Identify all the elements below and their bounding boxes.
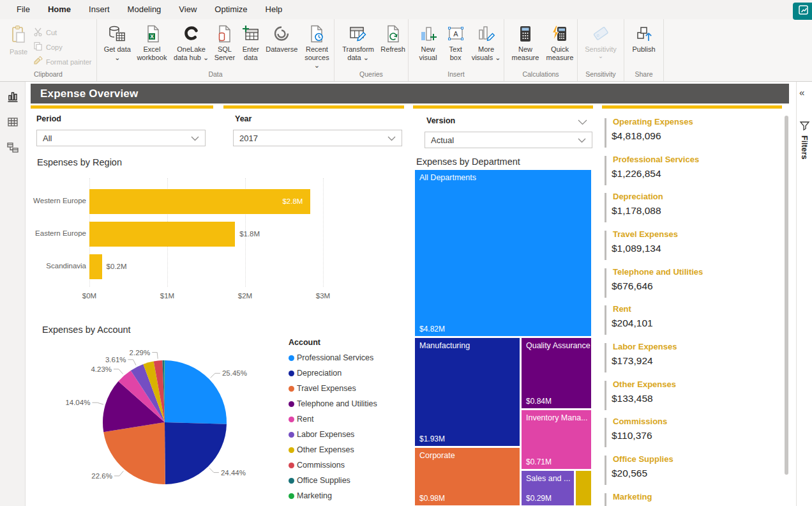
ribbon-group-sensitivity: Sensitivity ⌄ Sensitivity <box>578 19 624 81</box>
filter-funnel-icon <box>799 120 810 134</box>
legend-item[interactable]: Commissions <box>289 457 377 473</box>
year-dropdown[interactable]: 2017 <box>233 130 402 146</box>
legend-dot-icon <box>289 478 294 484</box>
quick-measure-button[interactable]: Quick measure <box>543 24 577 61</box>
pie-percent-label: 2.29% <box>130 349 151 356</box>
legend-item[interactable]: Rent <box>289 411 377 427</box>
menu-view[interactable]: View <box>170 0 206 19</box>
text-box-button[interactable]: A Text box <box>442 24 469 61</box>
legend-item[interactable]: Marketing <box>289 488 377 503</box>
more-visuals-icon <box>477 24 496 45</box>
get-data-button[interactable]: Get data ⌄ <box>102 24 133 61</box>
version-dropdown[interactable]: Actual <box>425 132 592 148</box>
enter-data-button[interactable]: Enter data <box>238 24 264 61</box>
filters-label[interactable]: Filters <box>800 135 809 160</box>
legend-dot-icon <box>289 401 294 407</box>
card-list: Operating Expenses$4,818,096Professional… <box>602 105 787 506</box>
model-view-icon[interactable] <box>6 141 20 155</box>
legend-item[interactable]: Other Expenses <box>289 442 377 457</box>
treemap-visual[interactable]: Expenses by Department All Departments$4… <box>414 154 592 506</box>
accent-bar <box>31 105 213 109</box>
card-item: Labor Expenses$173,924 <box>602 342 785 379</box>
treemap-tile-name: Manufacturing <box>419 341 470 350</box>
x-axis-tick: $0M <box>82 292 96 300</box>
legend-dot-icon <box>289 371 294 376</box>
transform-data-button[interactable]: Transform data ⌄ <box>338 24 378 61</box>
legend-item[interactable]: Depreciation <box>289 365 377 381</box>
bar-chart-visual[interactable]: Espenses by Region $0M$1M$2M$3MWestern E… <box>35 154 413 317</box>
pie-label-leader-line <box>128 360 137 365</box>
cut-icon <box>33 27 43 38</box>
dataverse-button[interactable]: Dataverse <box>264 24 300 54</box>
chevron-down-icon <box>578 135 586 145</box>
vertical-scrollbar[interactable] <box>785 116 788 475</box>
menu-insert[interactable]: Insert <box>80 0 119 19</box>
treemap-tile-value: $1.93M <box>419 434 445 443</box>
onelake-button[interactable]: OneLake data hub ⌄ <box>171 24 211 61</box>
new-measure-button[interactable]: New measure <box>508 24 543 61</box>
legend-item[interactable]: Labor Expenses <box>289 427 377 442</box>
pie-label-leader-line <box>211 373 220 378</box>
pie-slice[interactable] <box>165 422 227 484</box>
card-label: Telephone and Utilities <box>613 267 703 277</box>
legend-label: Rent <box>297 415 313 424</box>
slicer-header-chevron-icon[interactable] <box>578 116 587 128</box>
pie-percent-label: 25.45% <box>222 369 247 377</box>
legend-label: Depreciation <box>297 369 342 378</box>
menu-help[interactable]: Help <box>257 0 292 19</box>
card-item: Office Supplies$20,565 <box>602 454 785 491</box>
card-divider-bar <box>605 456 606 485</box>
data-view-icon[interactable] <box>6 115 20 129</box>
more-visuals-button[interactable]: More visuals ⌄ <box>469 24 504 61</box>
sensitivity-chevron-icon: ⌄ <box>598 54 603 59</box>
bar-chart-title: Espenses by Region <box>37 157 122 167</box>
pie-chart-visual[interactable]: Expenses by Account 25.45%24.44%22.6%14.… <box>35 320 404 506</box>
recent-sources-icon <box>307 24 326 45</box>
expand-pane-icon[interactable]: « <box>799 87 804 98</box>
sql-server-button[interactable]: SQL Server <box>211 24 238 61</box>
recent-sources-button[interactable]: Recent sources ⌄ <box>300 24 334 70</box>
treemap-tile[interactable]: Manufacturing$1.93M <box>415 338 520 446</box>
treemap-tile[interactable]: Corporate$0.98M <box>415 448 520 505</box>
legend-item[interactable]: Professional Services <box>289 350 377 365</box>
publish-button[interactable]: Publish <box>626 24 662 54</box>
bar[interactable] <box>89 254 102 279</box>
report-view-icon[interactable] <box>6 89 20 103</box>
card-value: $20,565 <box>612 468 647 479</box>
card-label: Travel Expenses <box>613 229 678 239</box>
legend-item[interactable]: Travel Expenses <box>289 381 377 396</box>
menu-modeling[interactable]: Modeling <box>119 0 170 19</box>
bar[interactable] <box>89 222 235 247</box>
menu-file[interactable]: File <box>8 0 39 19</box>
report-canvas: Expense Overview Period All Year 2017 Ve… <box>26 82 796 506</box>
card-item: Other Expenses$133,458 <box>602 379 785 417</box>
pie-slice[interactable] <box>165 360 227 424</box>
card-value: $1,178,088 <box>612 205 661 217</box>
pie-percent-label: 22.6% <box>91 472 112 480</box>
legend-label: Telephone and Utilities <box>297 399 377 408</box>
enter-data-icon <box>241 24 260 45</box>
card-divider-bar <box>605 268 606 298</box>
menu-home[interactable]: Home <box>39 0 80 19</box>
treemap-tile[interactable]: All Departments$4.82M <box>415 170 591 336</box>
y-axis-category-label: Western Europe <box>27 197 86 204</box>
treemap-tile[interactable] <box>576 471 591 505</box>
excel-workbook-button[interactable]: X Excel workbook <box>133 24 172 61</box>
card-divider-bar <box>605 381 606 410</box>
ribbon-group-share: Publish Share <box>624 19 664 81</box>
treemap-tile[interactable]: Quality Assurance$0.84M <box>522 338 591 408</box>
copilot-corner-button[interactable] <box>793 3 812 20</box>
treemap-tile[interactable]: Sales and ...$0.29M <box>522 471 574 505</box>
treemap-tile[interactable]: Inventory Mana...$0.71M <box>522 410 591 469</box>
legend-dot-icon <box>289 447 294 453</box>
publish-icon <box>635 24 654 45</box>
bar[interactable] <box>89 189 310 214</box>
legend-item[interactable]: Office Supplies <box>289 473 377 488</box>
treemap-tile-name: Sales and ... <box>526 474 571 483</box>
new-visual-button[interactable]: New visual <box>414 24 442 61</box>
period-dropdown[interactable]: All <box>36 130 206 146</box>
refresh-button[interactable]: Refresh <box>378 24 408 54</box>
legend-item[interactable]: Telephone and Utilities <box>289 396 377 411</box>
pie-slice[interactable] <box>103 422 165 484</box>
menu-optimize[interactable]: Optimize <box>206 0 256 19</box>
